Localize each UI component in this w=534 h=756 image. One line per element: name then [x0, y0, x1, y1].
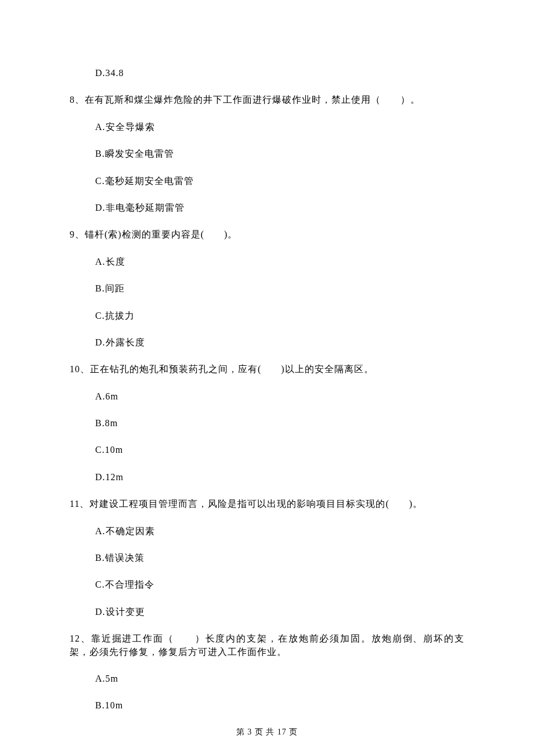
q12-option-b: B.10m: [95, 699, 464, 712]
q11-text: 11、对建设工程项目管理而言，风险是指可以出现的影响项目目标实现的( )。: [70, 498, 464, 510]
q9-option-b: B.间距: [95, 282, 464, 295]
q12-text: 12、靠近掘进工作面（ ）长度内的支架，在放炮前必须加固。放炮崩倒、崩坏的支架，…: [70, 632, 464, 658]
q10-text: 10、正在钻孔的炮孔和预装药孔之间，应有( )以上的安全隔离区。: [70, 363, 464, 376]
q9-option-c: C.抗拔力: [95, 309, 464, 322]
q11-option-d: D.设计变更: [95, 606, 464, 618]
q9-option-a: A.长度: [95, 255, 464, 268]
page-footer: 第 3 页 共 17 页: [0, 726, 534, 738]
q8-option-a: A.安全导爆索: [95, 121, 464, 134]
q11-option-b: B.错误决策: [95, 552, 464, 564]
q9-text: 9、锚杆(索)检测的重要内容是( )。: [70, 228, 464, 241]
q8-option-b: B.瞬发安全电雷管: [95, 147, 464, 160]
q10-option-a: A.6m: [95, 390, 464, 403]
page-content: D.34.8 8、在有瓦斯和煤尘爆炸危险的井下工作面进行爆破作业时，禁止使用（ …: [0, 0, 534, 750]
q10-option-d: D.12m: [95, 471, 464, 484]
q7-option-d: D.34.8: [95, 67, 464, 80]
q11-option-a: A.不确定因素: [95, 525, 464, 538]
q10-option-c: C.10m: [95, 444, 464, 456]
q8-option-c: C.毫秒延期安全电雷管: [95, 175, 464, 188]
q12-option-a: A.5m: [95, 672, 464, 685]
q8-option-d: D.非电毫秒延期雷管: [95, 201, 464, 214]
q8-text: 8、在有瓦斯和煤尘爆炸危险的井下工作面进行爆破作业时，禁止使用（ ）。: [70, 93, 464, 106]
q10-option-b: B.8m: [95, 417, 464, 430]
q11-option-c: C.不合理指令: [95, 578, 464, 591]
q9-option-d: D.外露长度: [95, 336, 464, 349]
